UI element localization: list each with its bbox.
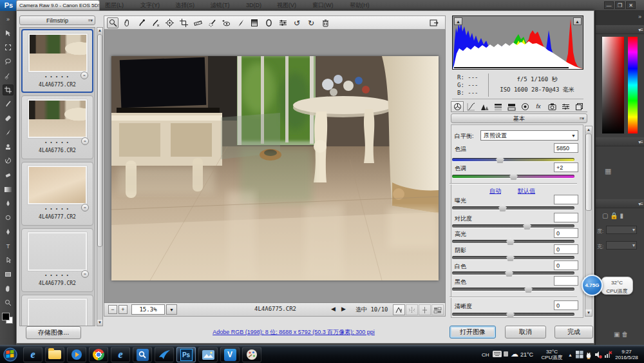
delete-icon[interactable]	[319, 17, 331, 28]
file-explorer-icon[interactable]	[45, 347, 64, 362]
white-balance-tool-icon[interactable]	[135, 17, 147, 28]
color-picker-field[interactable]	[602, 37, 624, 133]
language-indicator[interactable]: CH	[482, 352, 489, 358]
basic-panel-menu-icon[interactable]: ≡▾	[579, 114, 584, 123]
color-panel-header[interactable]: ▾≡	[596, 25, 644, 34]
menu-3d[interactable]: 3D(D)	[246, 0, 261, 11]
media-player-icon[interactable]	[67, 347, 86, 362]
filmstrip-menu-icon[interactable]: ≡▾	[88, 16, 93, 25]
image-preview-area[interactable]	[104, 30, 446, 303]
thumbnail-image[interactable]	[28, 34, 88, 72]
cpu-temp-tray[interactable]: 32°C CPU温度	[538, 349, 565, 360]
type-tool-icon[interactable]: T	[3, 240, 14, 251]
radial-filter-tool-icon[interactable]	[263, 17, 274, 28]
save-image-button[interactable]: 存储图像...	[26, 326, 81, 339]
menu-help[interactable]: 帮助(H)	[350, 0, 370, 11]
photo-viewer-icon[interactable]	[198, 347, 218, 362]
menu-filter[interactable]: 滤镜(T)	[211, 0, 230, 11]
volume-icon[interactable]	[594, 351, 602, 360]
gradient-tool-icon[interactable]	[3, 184, 14, 195]
pen-tool-icon[interactable]	[3, 226, 14, 237]
search-app-icon[interactable]	[133, 347, 152, 362]
hand-tool-icon[interactable]	[3, 283, 14, 294]
tab-hsl-grayscale[interactable]	[491, 101, 504, 112]
scroll-down-icon[interactable]: ▼	[97, 320, 102, 326]
done-button[interactable]: 完成	[554, 326, 593, 338]
tray-window-icon[interactable]	[576, 351, 583, 360]
straighten-tool-icon[interactable]	[192, 17, 204, 28]
show-hidden-icons[interactable]: ▲	[568, 353, 573, 357]
collapse-panels-icon[interactable]: »	[638, 14, 641, 20]
filmstrip-item[interactable]: • • • • • ≈ 4L4A6777.CR2	[21, 162, 93, 226]
chrome-icon[interactable]	[89, 347, 108, 362]
before-after-toggle-icon[interactable]	[393, 304, 405, 315]
weather-temp[interactable]: 21°C	[520, 352, 533, 358]
copy-settings-icon[interactable]	[419, 304, 431, 315]
opacity-dropdown[interactable]: ▾	[606, 226, 637, 234]
red-eye-removal-tool-icon[interactable]	[220, 17, 232, 28]
next-image-icon[interactable]: ▶	[341, 306, 346, 312]
healing-brush-tool-icon[interactable]	[3, 113, 14, 124]
filmstrip-item[interactable]: • • • • •	[21, 295, 93, 326]
previous-image-icon[interactable]: ◀	[331, 306, 336, 312]
highlights-value[interactable]: 0	[554, 228, 578, 238]
shadows-value[interactable]: 0	[554, 244, 578, 254]
marquee-tool-icon[interactable]	[3, 42, 14, 53]
lasso-tool-icon[interactable]	[3, 56, 14, 67]
tab-split-toning[interactable]	[505, 101, 518, 112]
thunder-download-icon[interactable]	[155, 347, 174, 362]
default-link[interactable]: 默认值	[518, 187, 535, 195]
scroll-up-icon[interactable]: ▲	[97, 28, 102, 34]
photoshop-taskbar-icon[interactable]: Ps	[176, 347, 196, 362]
thumbnail-image[interactable]	[28, 232, 87, 271]
thumbnail-image[interactable]	[28, 166, 87, 204]
rotate-left-icon[interactable]: ↺	[291, 17, 303, 28]
blacks-slider[interactable]	[452, 288, 574, 291]
paint-app-icon[interactable]	[242, 347, 261, 362]
highlight-clipping-toggle-icon[interactable]: ▲	[573, 17, 582, 25]
toolbox-collapse-icon[interactable]: »	[3, 14, 14, 25]
minimize-button[interactable]: —	[604, 1, 614, 9]
eraser-tool-icon[interactable]	[3, 170, 14, 181]
cancel-button[interactable]: 取消	[505, 326, 546, 338]
exposure-value[interactable]	[554, 195, 578, 204]
tab-lens-corrections[interactable]	[518, 101, 531, 112]
tab-tone-curve[interactable]	[464, 101, 477, 112]
rotate-right-icon[interactable]: ↻	[305, 17, 317, 28]
quick-selection-tool-icon[interactable]	[3, 70, 14, 81]
clock[interactable]: 9:27 2016/5/28	[612, 349, 641, 360]
fullscreen-toggle-icon[interactable]	[428, 17, 440, 28]
weather-cloud-icon[interactable]: ☁	[511, 349, 518, 358]
zoom-tool-icon[interactable]	[107, 17, 118, 28]
menu-select[interactable]: 选择(S)	[175, 0, 194, 11]
adjustments-grid-icon[interactable]: ▦	[605, 167, 611, 175]
panel-menu-icon[interactable]: ▾≡	[638, 27, 643, 33]
path-selection-tool-icon[interactable]	[3, 255, 14, 266]
clarity-value[interactable]: 0	[554, 300, 578, 310]
photo-canvas[interactable]	[111, 56, 439, 280]
basic-panel-header[interactable]: 基本 ≡▾	[451, 113, 587, 123]
crop-tool-icon[interactable]	[3, 84, 14, 95]
menu-view[interactable]: 视图(V)	[277, 0, 296, 11]
whites-value[interactable]: 0	[554, 260, 578, 270]
contrast-slider[interactable]	[452, 224, 574, 228]
filmstrip-item[interactable]: • • • • • ≈ 4L4A6775.CR2	[21, 29, 93, 93]
video-app-icon[interactable]: V	[220, 347, 240, 362]
crop-tool-icon[interactable]	[178, 17, 189, 28]
scroll-down-icon[interactable]: ▼	[585, 309, 592, 316]
thumbnail-image[interactable]	[28, 299, 87, 326]
memory-float-ball[interactable]: 4.75G	[582, 275, 603, 296]
open-image-button[interactable]: 打开图像	[450, 326, 496, 338]
shape-tool-icon[interactable]	[3, 269, 14, 280]
internet-explorer-icon[interactable]: e	[23, 347, 43, 362]
workflow-options-link[interactable]: Adobe RGB (1998); 8 位; 8688 x 5792 (50.3…	[113, 328, 474, 337]
camera-raw-dialog-title[interactable]: Camera Raw 9.0 - Canon EOS 5DS R	[16, 0, 100, 10]
filmstrip-item[interactable]: • • • • • ≈ 4L4A6776.CR2	[21, 95, 93, 159]
temperature-value[interactable]: 5850	[554, 143, 578, 153]
preferences-icon[interactable]	[277, 17, 289, 28]
tab-presets[interactable]	[559, 101, 572, 112]
split-view-icon[interactable]	[431, 304, 444, 315]
temperature-slider[interactable]	[452, 158, 574, 161]
menu-layer[interactable]: 图层(L)	[105, 0, 124, 11]
blur-tool-icon[interactable]	[3, 198, 14, 209]
